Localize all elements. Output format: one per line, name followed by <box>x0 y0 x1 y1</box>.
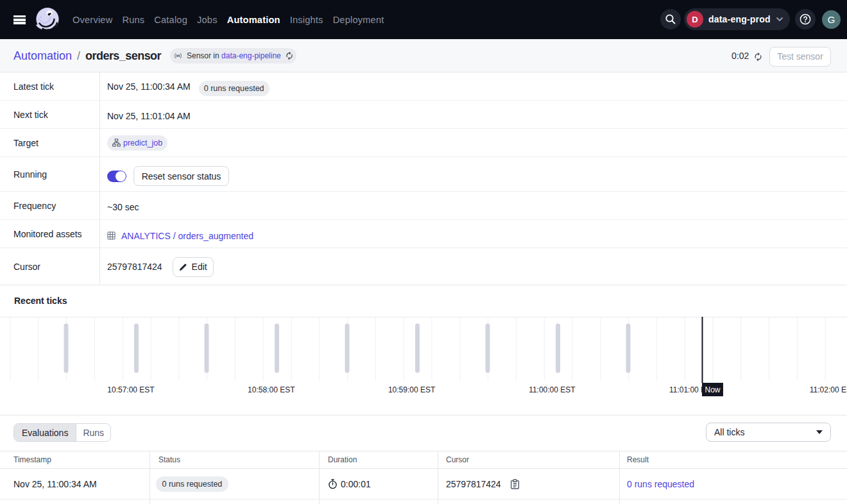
svg-text:11:02:00 EST: 11:02:00 EST <box>810 385 847 394</box>
svg-text:10:58:00 EST: 10:58:00 EST <box>248 385 295 394</box>
svg-text:10:57:00 EST: 10:57:00 EST <box>107 385 155 394</box>
svg-text:11:00:00 EST: 11:00:00 EST <box>529 385 576 394</box>
svg-text:Now: Now <box>705 385 720 394</box>
svg-text:10:59:00 EST: 10:59:00 EST <box>388 385 436 394</box>
